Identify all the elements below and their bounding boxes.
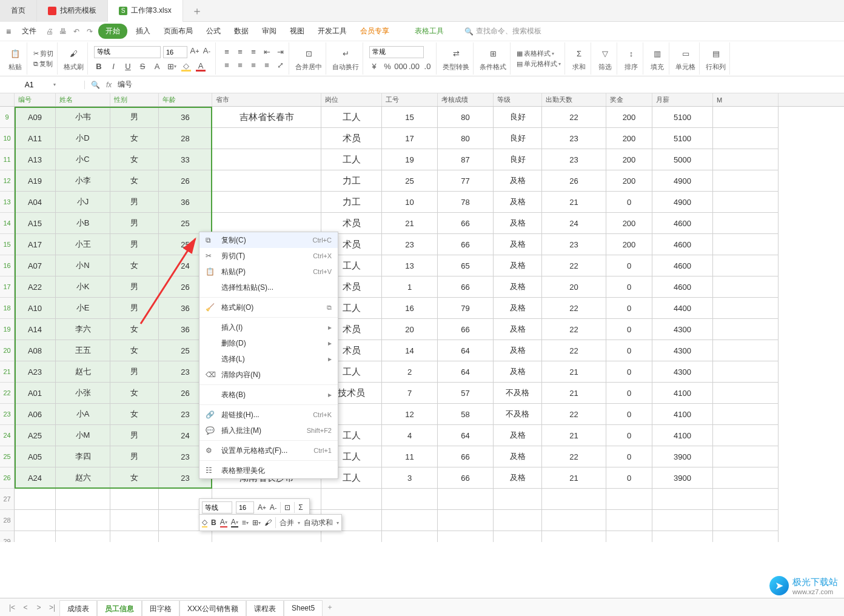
cell[interactable]: 80 (438, 107, 494, 128)
cell[interactable]: 男 (110, 425, 159, 446)
cell[interactable]: 女 (110, 170, 159, 192)
col-header-D[interactable]: 年龄 (159, 93, 212, 106)
cell[interactable] (606, 489, 652, 510)
cell[interactable]: 58 (438, 404, 494, 425)
col-header-G[interactable]: 工号 (382, 93, 438, 106)
search-box[interactable]: 🔍 查找命令、搜索模板 (464, 26, 541, 36)
row-header[interactable]: 27 (0, 489, 15, 510)
qat-preview-icon[interactable]: 🖶 (58, 27, 68, 36)
cell[interactable]: 小J (56, 192, 110, 213)
cell[interactable]: 小C (56, 149, 110, 170)
cut-button[interactable]: ✂ 剪切 (33, 49, 53, 58)
indent-inc-icon[interactable]: ⇥ (275, 47, 285, 57)
percent-icon[interactable]: % (383, 62, 392, 72)
mini-bold-icon[interactable]: B (211, 518, 216, 527)
cell[interactable]: 22 (542, 340, 606, 361)
cell[interactable]: 及格 (494, 276, 542, 298)
sheet-tab[interactable]: 课程表 (246, 600, 284, 617)
cell[interactable]: 65 (438, 255, 494, 276)
cell[interactable] (212, 531, 321, 542)
fx-icon[interactable]: fx (106, 81, 112, 89)
menu-insert[interactable]: 插入 (131, 24, 155, 39)
cell[interactable]: 21 (542, 361, 606, 383)
cell[interactable]: 4900 (652, 170, 713, 192)
col-header-C[interactable]: 性别 (110, 93, 159, 106)
cell[interactable]: 工人 (321, 149, 382, 170)
cell[interactable]: 66 (438, 319, 494, 340)
cell[interactable]: 24 (542, 213, 606, 234)
cell[interactable] (438, 489, 494, 510)
cell[interactable]: 36 (159, 192, 212, 213)
cell[interactable]: 22 (542, 255, 606, 276)
cell[interactable] (606, 510, 652, 531)
cell[interactable]: A13 (15, 149, 56, 170)
menu-start[interactable]: 开始 (98, 24, 127, 39)
cell[interactable]: 0 (606, 425, 652, 446)
cell[interactable] (652, 531, 713, 542)
menu-member[interactable]: 会员专享 (355, 24, 394, 39)
col-header-I[interactable]: 等级 (494, 93, 542, 106)
cell[interactable]: 16 (382, 298, 438, 319)
strike-icon[interactable]: S (138, 62, 147, 72)
cell[interactable] (652, 510, 713, 531)
cell[interactable]: A22 (15, 276, 56, 298)
cell[interactable]: 12 (382, 404, 438, 425)
cell[interactable]: 0 (606, 319, 652, 340)
cell[interactable] (382, 489, 438, 510)
sheet-tab[interactable]: 田字格 (142, 600, 179, 617)
cell[interactable]: 及格 (494, 340, 542, 361)
mini-border-icon[interactable]: ⊞▾ (252, 518, 261, 527)
cell[interactable]: A14 (15, 319, 56, 340)
cell[interactable]: 17 (382, 128, 438, 149)
cell[interactable]: 4400 (652, 298, 713, 319)
cell[interactable]: 不及格 (494, 404, 542, 425)
cell[interactable] (212, 213, 321, 234)
cell-style-button[interactable]: ▤ 单元格样式▾ (517, 59, 561, 69)
cell[interactable]: 26 (542, 170, 606, 192)
row-header[interactable]: 14 (0, 213, 15, 234)
name-box-input[interactable] (5, 81, 53, 89)
row-header[interactable]: 17 (0, 276, 15, 298)
cell[interactable]: 及格 (494, 255, 542, 276)
cell[interactable] (110, 531, 159, 542)
menu-review[interactable]: 审阅 (257, 24, 281, 39)
cell[interactable] (15, 510, 56, 531)
cell[interactable] (56, 489, 110, 510)
col-header-E[interactable]: 省市 (212, 93, 321, 106)
currency-icon[interactable]: ¥ (369, 62, 379, 72)
cell[interactable] (713, 446, 779, 467)
cell[interactable]: 小K (56, 276, 110, 298)
cell[interactable]: 13 (382, 255, 438, 276)
cell[interactable]: 0 (606, 298, 652, 319)
cell[interactable]: 及格 (494, 446, 542, 467)
mini-font-color-icon[interactable]: A▾ (220, 518, 227, 527)
cell[interactable]: 小A (56, 404, 110, 425)
indent-dec-icon[interactable]: ⇤ (262, 47, 272, 57)
rowcol-icon[interactable]: ▤ (708, 45, 724, 61)
cell[interactable]: 女 (110, 467, 159, 489)
cell[interactable]: 力工 (321, 170, 382, 192)
tab-home[interactable]: 首页 (0, 0, 37, 22)
decrease-font-icon[interactable]: A- (202, 46, 212, 56)
row-header[interactable]: 13 (0, 192, 15, 213)
align-left-icon[interactable]: ≡ (222, 61, 232, 70)
sheet-tab[interactable]: Sheet5 (284, 600, 323, 617)
cell[interactable]: 赵六 (56, 467, 110, 489)
cell[interactable]: 200 (606, 149, 652, 170)
cell[interactable]: A15 (15, 213, 56, 234)
orientation-icon[interactable]: ⤢ (275, 61, 285, 70)
cell[interactable]: 21 (542, 192, 606, 213)
cell[interactable] (713, 192, 779, 213)
cell[interactable]: 3900 (652, 446, 713, 467)
cell[interactable]: 66 (438, 446, 494, 467)
cell[interactable] (713, 255, 779, 276)
mini-merge-label[interactable]: 合并 (280, 518, 294, 528)
cell[interactable]: 良好 (494, 149, 542, 170)
row-header[interactable]: 18 (0, 298, 15, 319)
cell[interactable]: 4100 (652, 425, 713, 446)
cell[interactable]: 女 (110, 319, 159, 340)
format-painter-icon[interactable]: 🖌 (66, 45, 82, 61)
cell[interactable]: 23 (542, 128, 606, 149)
tab-workbook[interactable]: S工作簿3.xlsx (108, 0, 183, 22)
ctx-item[interactable]: 表格(B)▸ (199, 387, 338, 403)
